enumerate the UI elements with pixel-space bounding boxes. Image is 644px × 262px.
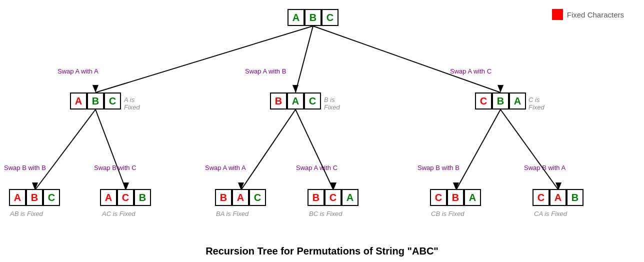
page-title: Recursion Tree for Permutations of Strin… — [206, 246, 438, 257]
fixed-label-l2-4: CB is Fixed — [431, 210, 464, 218]
svg-line-3 — [35, 110, 96, 190]
l2-1-cell-2: B — [134, 189, 151, 206]
fixed-label-l2-0: AB is Fixed — [10, 210, 43, 218]
tree-lines — [0, 0, 644, 262]
l2-node-1: A C B — [100, 189, 151, 206]
legend-color-box — [552, 9, 563, 20]
svg-marker-10 — [292, 85, 298, 92]
svg-line-6 — [296, 110, 334, 190]
swap-label-l2-2: Swap A with A — [205, 164, 246, 172]
l1-node-0: A B C — [70, 92, 121, 110]
l2-5-cell-0: C — [532, 189, 550, 206]
swap-label-l2-0: Swap B with B — [4, 164, 46, 172]
fixed-label-l2-2: BA is Fixed — [216, 210, 248, 218]
swap-label-l1-2: Swap A with C — [450, 68, 492, 75]
swap-label-l2-4: Swap B with B — [418, 164, 460, 172]
l2-4-cell-2: A — [464, 189, 481, 206]
swap-label-l1-0: Swap A with A — [58, 68, 98, 75]
l1-2-cell-2: A — [509, 92, 526, 110]
l2-1-cell-1: C — [117, 189, 134, 206]
svg-line-5 — [241, 110, 296, 190]
swap-label-l2-1: Swap B with C — [94, 164, 136, 172]
fixed-label-l2-5: CA is Fixed — [534, 210, 567, 218]
l2-2-cell-2: C — [249, 189, 266, 206]
svg-marker-11 — [498, 85, 504, 92]
l2-2-cell-0: B — [215, 189, 232, 206]
svg-line-8 — [500, 110, 558, 190]
l1-1-cell-2: C — [304, 92, 321, 110]
swap-label-l2-5: Swap B with A — [524, 164, 566, 172]
l2-4-cell-0: C — [430, 189, 447, 206]
l2-0-cell-1: B — [26, 189, 43, 206]
main-container: Fixed Characters — [0, 0, 644, 262]
l1-node-2: C B A — [475, 92, 526, 110]
l2-node-3: B C A — [308, 189, 358, 206]
swap-label-l2-3: Swap A with C — [296, 164, 338, 172]
swap-label-l1-1: Swap A with B — [245, 68, 286, 75]
root-cell-0: A — [288, 9, 304, 26]
l1-0-cell-0: A — [70, 92, 87, 110]
l1-node-1: B A C — [270, 92, 321, 110]
root-cell-2: C — [322, 9, 338, 26]
l2-3-cell-2: A — [342, 189, 358, 206]
l2-node-5: C A B — [532, 189, 584, 206]
l2-3-cell-1: C — [324, 189, 342, 206]
l1-0-cell-1: B — [87, 92, 104, 110]
l2-node-2: B A C — [215, 189, 266, 206]
l1-2-cell-1: B — [492, 92, 509, 110]
fixed-label-l2-3: BC is Fixed — [309, 210, 342, 218]
svg-line-2 — [313, 26, 500, 92]
root-cell-1: B — [304, 9, 322, 26]
l2-5-cell-2: B — [566, 189, 584, 206]
l2-1-cell-0: A — [100, 189, 117, 206]
l1-1-cell-1: A — [287, 92, 304, 110]
svg-marker-9 — [92, 85, 98, 92]
l2-3-cell-0: B — [308, 189, 324, 206]
svg-line-1 — [296, 26, 313, 92]
l1-0-cell-2: C — [104, 92, 121, 110]
l2-5-cell-1: A — [550, 189, 566, 206]
l2-node-0: A B C — [9, 189, 60, 206]
svg-line-4 — [96, 110, 126, 190]
fixed-label-l1-1: B isFixed — [324, 96, 340, 111]
l1-1-cell-0: B — [270, 92, 287, 110]
legend: Fixed Characters — [552, 9, 624, 20]
l2-0-cell-0: A — [9, 189, 26, 206]
l2-0-cell-2: C — [43, 189, 60, 206]
svg-line-0 — [96, 26, 313, 92]
l1-2-cell-0: C — [475, 92, 492, 110]
root-node: A B C — [288, 9, 338, 26]
fixed-label-l1-2: C isFixed — [528, 96, 544, 111]
legend-label: Fixed Characters — [567, 10, 624, 19]
l2-node-4: C B A — [430, 189, 481, 206]
l2-4-cell-1: B — [447, 189, 464, 206]
fixed-label-l2-1: AC is Fixed — [102, 210, 135, 218]
fixed-label-l1-0: A isFixed — [124, 96, 140, 111]
svg-line-7 — [456, 110, 500, 190]
l2-2-cell-1: A — [232, 189, 249, 206]
